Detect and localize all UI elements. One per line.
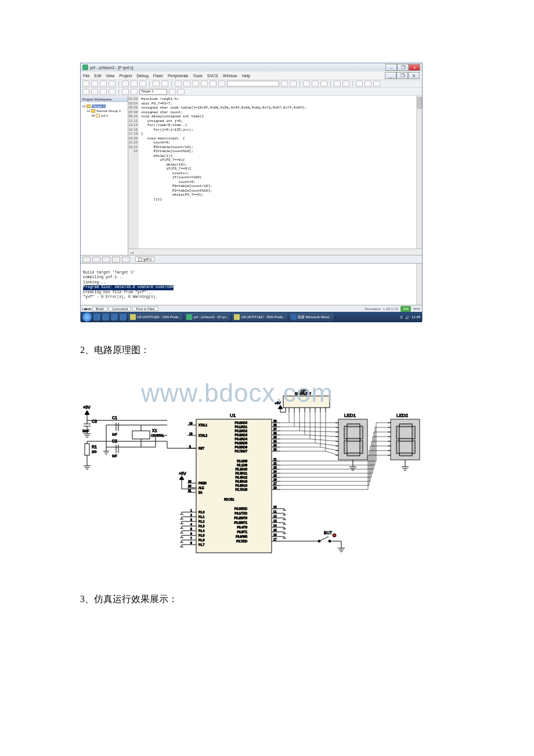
- taskbar-pin-icon[interactable]: [111, 314, 118, 321]
- paste-icon[interactable]: [139, 81, 146, 87]
- step-icon[interactable]: [334, 81, 341, 87]
- target-combo[interactable]: Target 1: [139, 89, 167, 95]
- tree-target[interactable]: Target 1: [92, 105, 106, 108]
- menu-svcs[interactable]: SVCS: [207, 74, 218, 78]
- taskbar-pin-icon[interactable]: [93, 314, 100, 321]
- manage-icon[interactable]: [178, 89, 185, 95]
- taskbar-item[interactable]: yxf - µVision3 - [F:\yx...: [185, 313, 230, 321]
- svg-text:P2.7/A15: P2.7/A15: [235, 488, 247, 491]
- templates-tab-icon[interactable]: [122, 257, 130, 262]
- save-icon[interactable]: [100, 81, 107, 87]
- svg-text:P0.7/AD7: P0.7/AD7: [235, 449, 248, 453]
- menu-project[interactable]: Project: [119, 74, 132, 78]
- bookmark-prev-icon[interactable]: [210, 81, 217, 87]
- menu-flash[interactable]: Flash: [153, 74, 163, 78]
- svg-text:P1.6: P1.6: [199, 538, 205, 542]
- menu-debug[interactable]: Debug: [136, 74, 149, 78]
- project-tree[interactable]: ⊟Target 1 ⊟Source Group 1 ⊞yxf.c: [81, 102, 128, 255]
- svg-line-233: [326, 451, 338, 455]
- outdent-icon[interactable]: [183, 81, 190, 87]
- code-editor[interactable]: 01 02 03 04 05 06 07 08 09 10 11 12 13 1…: [128, 96, 422, 255]
- svg-rect-240: [344, 441, 347, 453]
- menu-window[interactable]: Window: [223, 74, 237, 78]
- regs-tab-icon[interactable]: [92, 257, 100, 262]
- functions-tab-icon[interactable]: [112, 257, 120, 262]
- system-tray[interactable]: ☰🔊11:38: [400, 315, 420, 319]
- doc-restore-button[interactable]: ❐: [396, 72, 408, 79]
- maximize-button[interactable]: ❐: [397, 64, 409, 71]
- menu-edit[interactable]: Edit: [94, 74, 101, 78]
- svg-text:XTAL2: XTAL2: [199, 434, 207, 437]
- svg-line-227: [315, 443, 338, 446]
- indent-icon[interactable]: [175, 81, 182, 87]
- new-file-icon[interactable]: [82, 81, 89, 87]
- files-tab-icon[interactable]: [82, 257, 91, 262]
- step-over-icon[interactable]: [342, 81, 349, 87]
- find-icon[interactable]: [281, 81, 288, 87]
- bookmark-next-icon[interactable]: [201, 81, 208, 87]
- tab-command[interactable]: Command: [109, 307, 132, 311]
- bookmark-clear-icon[interactable]: [218, 81, 225, 87]
- taskbar-pin-icon[interactable]: [102, 314, 109, 321]
- menu-view[interactable]: View: [106, 74, 114, 78]
- find-in-files-icon[interactable]: [290, 81, 297, 87]
- menu-tools[interactable]: Tools: [193, 74, 202, 78]
- close-button[interactable]: ×: [409, 64, 420, 71]
- taskbar-item[interactable]: C8 UNTITLED - ISIS Profe...: [232, 313, 287, 321]
- tree-group[interactable]: Source Group 1: [96, 109, 121, 113]
- build-all-icon[interactable]: [109, 89, 116, 95]
- svg-rect-237: [344, 426, 347, 439]
- svg-rect-194: [283, 396, 330, 408]
- taskbar-item[interactable]: C8 UNTITLED - ISIS Profe...: [128, 313, 183, 321]
- configure-icon[interactable]: [365, 81, 371, 87]
- stop-build-icon[interactable]: [122, 89, 129, 95]
- svg-text:24: 24: [273, 470, 277, 473]
- options-icon[interactable]: [373, 81, 380, 87]
- save-all-icon[interactable]: [109, 81, 116, 87]
- editor-vertical-scrollbar[interactable]: [416, 96, 422, 249]
- debug-icon[interactable]: [303, 81, 310, 87]
- taskbar-pin-icon[interactable]: [120, 314, 127, 321]
- svg-text:6: 6: [190, 532, 192, 535]
- tree-file[interactable]: yxf.c: [101, 114, 108, 117]
- bookmark-icon[interactable]: [192, 81, 199, 87]
- menu-file[interactable]: File: [83, 74, 89, 78]
- tab-find-in-files[interactable]: Find in Files: [132, 307, 158, 311]
- translate-icon[interactable]: [82, 89, 89, 95]
- start-button-icon[interactable]: [82, 312, 92, 322]
- svg-text:U1: U1: [230, 413, 236, 418]
- build-output[interactable]: Build target 'Target 1' compiling yxf.c.…: [81, 263, 422, 305]
- svg-text:C1: C1: [112, 416, 117, 420]
- download-icon[interactable]: [131, 89, 138, 95]
- menu-peripherals[interactable]: Peripherals: [168, 74, 188, 78]
- target-options-icon[interactable]: [169, 89, 176, 95]
- run-icon[interactable]: [320, 81, 327, 87]
- svg-rect-241: [360, 441, 363, 453]
- undo-icon[interactable]: [153, 81, 160, 87]
- output-scrollbar[interactable]: [416, 264, 422, 305]
- taskbar-item[interactable]: 新建 Microsoft Word...: [289, 313, 334, 321]
- svg-rect-236: [347, 424, 360, 427]
- find-combo[interactable]: [227, 81, 279, 87]
- window-icon[interactable]: [356, 81, 363, 87]
- menu-help[interactable]: Help: [242, 74, 250, 78]
- svg-text:10: 10: [273, 505, 277, 509]
- breakpoint-icon[interactable]: [312, 81, 319, 87]
- redo-icon[interactable]: [161, 81, 168, 87]
- section-heading-simulation: 3、仿真运行效果展示：: [80, 593, 534, 606]
- books-tab-icon[interactable]: [102, 257, 110, 262]
- editor-file-tab[interactable]: yxf.c: [135, 257, 154, 262]
- doc-minimize-button[interactable]: _: [385, 72, 396, 79]
- build-icon[interactable]: [91, 89, 98, 95]
- doc-close-button[interactable]: X: [408, 72, 420, 79]
- minimize-button[interactable]: –: [385, 64, 397, 71]
- rebuild-icon[interactable]: [100, 89, 107, 95]
- svg-text:15: 15: [273, 528, 277, 532]
- open-file-icon[interactable]: [91, 81, 98, 87]
- svg-rect-239: [347, 438, 360, 441]
- cut-icon[interactable]: [122, 81, 129, 87]
- tab-build[interactable]: Build: [92, 307, 107, 311]
- svg-text:P3.3/INT1: P3.3/INT1: [234, 521, 247, 524]
- editor-content[interactable]: #include <reg51.h> sbit P3_7=P3^7; unsig…: [139, 96, 422, 249]
- copy-icon[interactable]: [131, 81, 138, 87]
